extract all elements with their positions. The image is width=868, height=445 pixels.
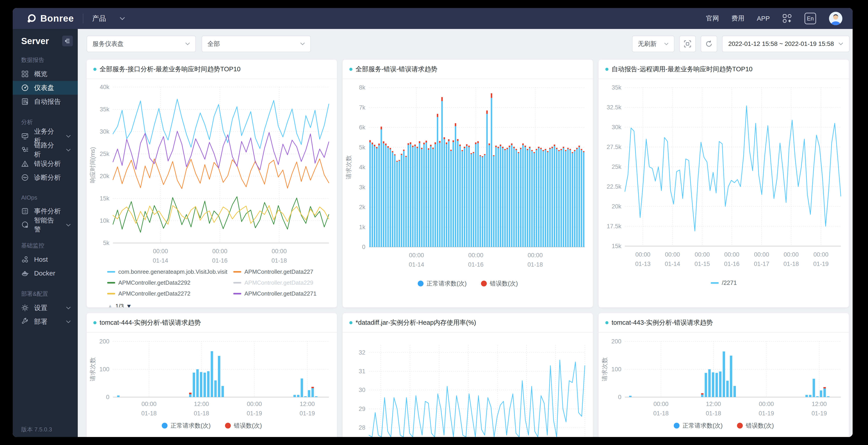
dashboard-select[interactable]: 服务仪表盘 xyxy=(87,36,196,52)
legend-item[interactable]: 错误数(次) xyxy=(225,422,262,430)
sidebar-item-docker[interactable]: Docker xyxy=(13,266,78,280)
svg-text:00:00: 00:00 xyxy=(695,251,710,258)
legend-item[interactable]: APMController.getData227 xyxy=(233,268,317,275)
chart-body: 2829303132 xyxy=(343,332,593,437)
chart-title-dot-icon xyxy=(605,321,609,324)
chevron-down-icon xyxy=(300,42,305,45)
svg-text:01-18: 01-18 xyxy=(653,410,669,417)
sidebar-item-alarm[interactable]: 智能告警 xyxy=(13,218,78,232)
scope-select-value: 全部 xyxy=(208,40,220,48)
chart-card: tomcat-443-实例分析-错误请求趋势 00:0001-1812:0001… xyxy=(599,313,849,437)
refresh-button[interactable] xyxy=(701,36,717,52)
svg-text:22.5k: 22.5k xyxy=(607,183,622,190)
chart-canvas[interactable]: 00:0001-1812:0001-1800:0001-1912:0001-19… xyxy=(87,332,337,437)
gauge-icon xyxy=(21,84,29,92)
legend-dot xyxy=(418,281,424,286)
main-content: 服务仪表盘 全部 无刷新 xyxy=(78,29,852,437)
legend-item[interactable]: 错误数(次) xyxy=(737,422,774,430)
legend-item[interactable]: /2271 xyxy=(711,280,737,286)
chart-canvas[interactable]: 2829303132 xyxy=(343,332,593,437)
legend-item[interactable]: 错误数(次) xyxy=(481,280,518,288)
svg-text:01-16: 01-16 xyxy=(468,261,484,268)
link-app[interactable]: APP xyxy=(757,15,770,22)
svg-text:00:00: 00:00 xyxy=(636,251,651,258)
svg-text:2k: 2k xyxy=(359,204,365,211)
legend-swatch xyxy=(233,293,241,294)
svg-text:30k: 30k xyxy=(100,128,110,135)
legend-label: 正常请求数(次) xyxy=(427,280,467,288)
svg-text:200: 200 xyxy=(611,338,621,345)
sidebar-item-report[interactable]: 自动报告 xyxy=(13,95,78,108)
svg-text:27.5k: 27.5k xyxy=(607,144,622,150)
legend-item[interactable]: 正常请求数(次) xyxy=(162,422,211,430)
event-icon xyxy=(21,208,29,215)
svg-text:15k: 15k xyxy=(612,243,621,250)
link-billing[interactable]: 费用 xyxy=(732,14,744,23)
chart-body: 00:0001-1812:0001-1800:0001-1912:0001-19… xyxy=(87,332,337,437)
legend-dot xyxy=(162,423,167,428)
legend-item[interactable]: com.bonree.generateapm.job.VisitJob.visi… xyxy=(107,268,233,275)
refresh-icon xyxy=(705,40,713,48)
brand-logo[interactable]: Bonree xyxy=(26,13,74,24)
sidebar-item-label: 事件分析 xyxy=(34,207,61,216)
svg-text:01-19: 01-19 xyxy=(247,410,262,417)
sidebar-item-diag[interactable]: 诊断分析 xyxy=(13,170,78,184)
sidebar-item-host[interactable]: Host xyxy=(13,253,78,266)
link-icon xyxy=(21,146,29,154)
sidebar-item-gauge[interactable]: 仪表盘 xyxy=(13,81,78,95)
alarm-icon xyxy=(21,221,29,229)
svg-text:10k: 10k xyxy=(100,217,110,224)
sidebar-item-link[interactable]: 链路分析 xyxy=(13,143,78,157)
chart-canvas[interactable]: 00:0001-1300:0001-1400:0001-1500:0001-16… xyxy=(599,79,849,307)
svg-text:01-19: 01-19 xyxy=(300,410,315,417)
sidebar-section-label: 基础监控 xyxy=(21,242,78,250)
svg-text:01-18: 01-18 xyxy=(783,261,799,267)
chevron-down-icon[interactable] xyxy=(119,17,125,20)
svg-text:30: 30 xyxy=(359,387,365,393)
language-toggle[interactable]: En xyxy=(805,13,816,24)
legend-label: com.bonree.generateapm.job.VisitJob.visi… xyxy=(118,268,227,275)
sidebar-item-wrench[interactable]: 部署 xyxy=(13,315,78,328)
sidebar-item-gear[interactable]: 设置 xyxy=(13,301,78,315)
chart-canvas[interactable]: 00:0001-1812:0001-1800:0001-1912:0001-19… xyxy=(599,332,849,437)
chart-card-header: tomcat-443-实例分析-错误请求趋势 xyxy=(599,313,849,332)
legend-page-down[interactable]: ▼ xyxy=(126,303,132,307)
scope-select[interactable]: 全部 xyxy=(202,36,311,52)
chart-title: 全部服务-接口分析-最差业务响应时间趋势TOP10 xyxy=(100,65,241,74)
legend-item[interactable]: APMController.getData2271 xyxy=(233,290,317,297)
avatar[interactable] xyxy=(829,11,843,26)
legend-label: /2271 xyxy=(722,280,737,286)
fullscreen-button[interactable] xyxy=(679,36,696,52)
chart-title: tomcat-443-实例分析-错误请求趋势 xyxy=(612,318,713,327)
product-menu[interactable]: 产品 xyxy=(92,14,106,23)
host-icon xyxy=(21,256,29,263)
legend-item[interactable]: 正常请求数(次) xyxy=(418,280,467,288)
svg-text:01-13: 01-13 xyxy=(635,261,651,267)
chart-title-dot-icon xyxy=(349,68,352,71)
chart-card-header: *datadiff.jar-实例分析-Heap内存使用率(%) xyxy=(343,313,593,332)
dashboard-toolbar: 服务仪表盘 全部 无刷新 xyxy=(87,36,849,52)
chart-title-dot-icon xyxy=(349,321,352,324)
date-range-picker[interactable]: 2022-01-12 15:58 ~ 2022-01-19 15:58 xyxy=(722,36,849,52)
legend-item[interactable]: 正常请求数(次) xyxy=(674,422,723,430)
legend-item[interactable]: APMController.getData2272 xyxy=(107,290,233,297)
sidebar-item-grid[interactable]: 概览 xyxy=(13,67,78,81)
legend-item[interactable]: APMController.getData2292 xyxy=(107,279,233,286)
sidebar-collapse-button[interactable] xyxy=(62,36,73,46)
chart-card: *datadiff.jar-实例分析-Heap内存使用率(%) 28293031… xyxy=(343,313,593,437)
svg-text:5k: 5k xyxy=(103,240,110,246)
link-official-site[interactable]: 官网 xyxy=(706,14,719,23)
apps-grid-icon[interactable] xyxy=(782,13,792,23)
refresh-interval-select[interactable]: 无刷新 xyxy=(632,36,674,52)
svg-text:01-17: 01-17 xyxy=(754,261,769,267)
sidebar-item-label: 智能告警 xyxy=(34,216,60,234)
sidebar-item-label: 链路分析 xyxy=(34,141,60,159)
chart-title: 自动报告-远程调用-最差业务响应时间趋势TOP10 xyxy=(612,65,753,74)
legend-page-up[interactable]: ▲ xyxy=(107,303,113,307)
chart-canvas[interactable]: 00:0001-1400:0001-1600:0001-1801k2k3k4k5… xyxy=(343,79,593,307)
chart-body: 00:0001-1400:0001-1600:0001-1801k2k3k4k5… xyxy=(343,79,593,307)
sidebar-item-label: 诊断分析 xyxy=(34,173,61,182)
legend-item[interactable]: APMController.getData229 xyxy=(233,279,317,286)
legend-label: 错误数(次) xyxy=(746,422,774,430)
legend-label: APMController.getData2271 xyxy=(244,290,317,297)
